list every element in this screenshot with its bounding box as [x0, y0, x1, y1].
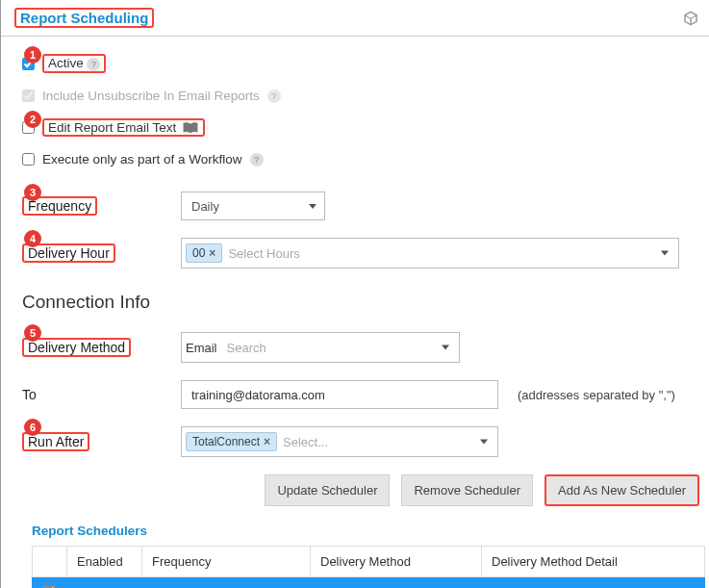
edit-email-label: Edit Report Email Text — [48, 120, 176, 135]
row-enabled: Enabled — [67, 577, 142, 589]
table-row[interactable]: Enabled Daily Email training@datorama.co… — [33, 577, 705, 589]
chevron-down-icon — [480, 440, 488, 445]
run-after-combo[interactable]: TotalConnect × Select... — [181, 426, 498, 457]
marker-5: 5 — [24, 324, 41, 342]
delivery-hour-combo[interactable]: 00 × Select Hours — [181, 238, 679, 268]
frequency-label: Frequency — [28, 198, 91, 214]
table-header-row: Enabled Frequency Delivery Method Delive… — [33, 547, 705, 577]
schedulers-table: Enabled Frequency Delivery Method Delive… — [32, 546, 705, 588]
remove-tag-icon[interactable]: × — [209, 246, 215, 260]
delivery-method-label: Delivery Method — [28, 340, 125, 355]
table-header: Delivery Method Detail — [482, 547, 705, 577]
delivery-hour-placeholder: Select Hours — [228, 246, 299, 261]
delivery-method-combo[interactable]: Email Search — [181, 332, 460, 363]
frequency-select[interactable]: Daily — [181, 192, 325, 220]
help-icon[interactable]: ? — [87, 58, 100, 71]
to-label: To — [22, 387, 181, 402]
marker-2: 2 — [24, 111, 41, 128]
chevron-down-icon — [309, 204, 317, 209]
to-hint: (addresses separated by ",") — [518, 388, 675, 402]
marker-1: 1 — [24, 46, 41, 64]
table-header — [33, 547, 67, 577]
delivery-hour-label: Delivery Hour — [28, 245, 110, 261]
delivery-method-placeholder: Search — [227, 341, 266, 355]
run-after-tag[interactable]: TotalConnect × — [186, 432, 277, 451]
row-frequency: Daily — [142, 577, 311, 589]
schedulers-title: Report Schedulers — [32, 524, 699, 538]
table-header: Frequency — [142, 547, 311, 577]
hour-tag[interactable]: 00 × — [186, 243, 222, 263]
unsubscribe-label: Include Unsubscribe In Email Reports — [42, 89, 260, 103]
table-header: Delivery Method — [311, 547, 482, 577]
update-scheduler-button[interactable]: Update Scheduler — [265, 474, 390, 506]
marker-6: 6 — [24, 419, 41, 436]
run-after-placeholder: Select... — [283, 435, 328, 449]
remove-scheduler-button[interactable]: Remove Scheduler — [401, 474, 533, 506]
chevron-down-icon — [661, 251, 669, 256]
run-after-label: Run After — [28, 434, 84, 449]
cube-icon[interactable] — [682, 10, 699, 27]
row-method: Email — [311, 577, 482, 589]
workflow-label: Execute only as part of a Workflow — [42, 152, 242, 166]
marker-4: 4 — [24, 230, 41, 247]
page-title: Report Scheduling — [20, 10, 148, 26]
help-icon[interactable]: ? — [267, 89, 281, 103]
remove-tag-icon[interactable]: × — [264, 435, 270, 448]
frequency-value: Daily — [191, 199, 219, 214]
table-header: Enabled — [67, 547, 142, 577]
active-label: Active — [48, 56, 84, 70]
add-new-scheduler-button[interactable]: Add As New Scheduler — [544, 474, 699, 506]
delivery-method-value: Email — [186, 341, 217, 355]
help-icon[interactable]: ? — [250, 153, 264, 166]
row-detail: training@datorama.com — [482, 577, 705, 589]
book-icon[interactable] — [182, 121, 199, 135]
workflow-checkbox[interactable] — [22, 153, 35, 166]
chevron-down-icon — [442, 345, 449, 350]
unsubscribe-checkbox — [22, 89, 35, 102]
connection-info-heading: Connection Info — [22, 292, 699, 313]
to-input[interactable] — [181, 380, 498, 409]
marker-3: 3 — [24, 184, 41, 201]
